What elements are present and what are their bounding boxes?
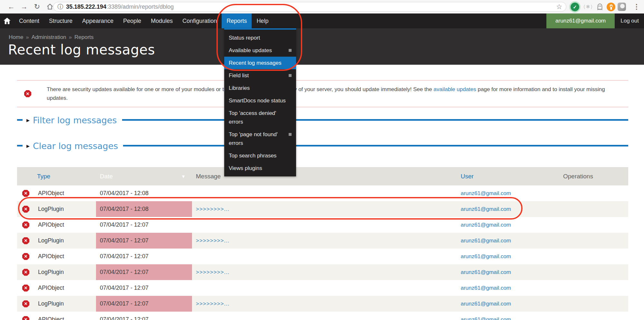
error-icon: ✕ [24,90,31,97]
error-icon: ✕ [22,300,29,307]
log-user-link[interactable]: arunz61@gmail.com [461,253,511,259]
log-type: LogPlugin [38,300,64,307]
log-user-link[interactable]: arunz61@gmail.com [461,269,511,275]
log-message-link[interactable]: >>>>>>>>... [196,206,230,212]
log-operations [559,280,628,296]
log-user-link[interactable]: arunz61@gmail.com [461,316,511,320]
log-operations [559,233,628,249]
table-header-row: Type Date ▼ Message User Operations [17,167,628,185]
error-icon: ✕ [22,285,29,292]
breadcrumb-reports[interactable]: Reports [74,34,94,40]
dropdown-item-status-report[interactable]: Status report [224,32,296,44]
log-date: 07/04/2017 - 12:07 [96,249,192,264]
collapse-arrow-icon: ▶ [26,118,30,123]
dropdown-item-recent-log-messages[interactable]: Recent log messages [224,57,296,69]
toolbar-item-content[interactable]: Content [14,14,44,28]
toolbar-item-appearance[interactable]: Appearance [77,14,118,28]
toolbar-item-people[interactable]: People [118,14,146,28]
breadcrumb-administration[interactable]: Administration [32,34,66,40]
extension-openvpn-icon[interactable] [607,3,615,11]
extension-ghost-icon[interactable] [595,2,604,11]
log-type: APIObject [38,253,64,260]
forward-icon[interactable]: → [19,1,30,12]
dropdown-item-top-search-phrases[interactable]: Top search phrases [224,149,296,162]
log-message-link[interactable]: >>>>>>>>... [196,238,230,244]
browser-chrome: ← → ↻ ⓘ 35.185.222.194:3389/admin/report… [0,0,644,14]
log-message-link[interactable]: >>>>>>>>... [196,269,230,275]
dropdown-item-smartdocs-node-status[interactable]: SmartDocs node status [224,94,296,107]
filter-fieldset: ▶ Filter log messages [17,113,628,127]
log-type: LogPlugin [38,206,64,212]
operations-header: Operations [563,173,593,180]
log-date: 07/04/2017 - 12:08 [96,201,192,217]
log-table-row: ✕ APIObject 07/04/2017 - 12:08 arunz61@g… [17,185,628,201]
log-date: 07/04/2017 - 12:07 [96,312,192,320]
log-message-link[interactable]: >>>>>>>>... [196,301,230,307]
log-table-row: ✕ APIObject 07/04/2017 - 12:07 arunz61@g… [17,249,628,264]
extension-disabled-icon[interactable]: ⟨✱⟩ [584,2,593,11]
reload-icon[interactable]: ↻ [32,1,43,12]
log-table-row: ✕ LogPlugin 07/04/2017 - 12:07 >>>>>>>>.… [17,296,628,312]
dropdown-item-field-list[interactable]: Field list [224,69,296,82]
toolbar-item-structure[interactable]: Structure [44,14,77,28]
dropdown-item-available-updates[interactable]: Available updates [224,44,296,57]
log-type: APIObject [38,221,64,228]
sort-date-header[interactable]: Date ▼ [96,167,192,185]
breadcrumb-separator: » [23,34,31,40]
sort-type-header[interactable]: Type [37,173,50,180]
account-button[interactable]: arunz61@gmail.com [546,14,615,28]
toolbar-item-reports[interactable]: Reports [222,14,252,28]
browser-menu-icon[interactable]: ⋮ [632,2,641,11]
log-type: APIObject [38,316,64,320]
update-badge-icon [289,74,292,77]
toolbar-item-configuration[interactable]: Configuration [178,14,222,28]
available-updates-link[interactable]: available updates [434,86,476,92]
dropdown-item-libraries[interactable]: Libraries [224,82,296,94]
log-user-link[interactable]: arunz61@gmail.com [461,238,511,244]
page-title: Recent log messages [8,42,155,58]
dropdown-item-top-access-denied-errors[interactable]: Top 'access denied' errors [224,107,296,128]
breadcrumb-home[interactable]: Home [9,34,23,40]
extension-check-icon[interactable]: ✓ [571,3,579,11]
sort-desc-icon: ▼ [181,174,186,179]
message-header: Message [196,173,221,180]
log-date: 07/04/2017 - 12:08 [96,185,192,201]
log-table-row: ✕ APIObject 07/04/2017 - 12:07 arunz61@g… [17,280,628,296]
site-home-icon[interactable] [0,14,14,28]
url-text: 35.185.222.194:3389/admin/reports/dblog [66,4,174,10]
log-table-row: ✕ LogPlugin 07/04/2017 - 12:07 >>>>>>>>.… [17,264,628,280]
toolbar-item-modules[interactable]: Modules [146,14,178,28]
back-icon[interactable]: ← [6,1,17,12]
error-icon: ✕ [22,269,29,276]
admin-toolbar: ContentStructureAppearancePeopleModulesC… [0,14,644,28]
toolbar-item-help[interactable]: Help [252,14,273,28]
address-bar[interactable]: ⓘ 35.185.222.194:3389/admin/reports/dblo… [53,2,566,12]
filter-fieldset-toggle[interactable]: ▶ Filter log messages [23,113,122,127]
log-date: 07/04/2017 - 12:07 [96,233,192,249]
page-info-icon[interactable]: ⓘ [57,3,63,11]
sort-user-header[interactable]: User [461,173,474,180]
error-icon: ✕ [22,221,29,229]
log-type: APIObject [38,285,64,291]
logout-button[interactable]: Log out [615,14,644,28]
bookmark-star-icon[interactable]: ☆ [556,3,562,11]
dropdown-item-views-plugins[interactable]: Views plugins [224,162,296,174]
extension-app-icon[interactable] [618,3,626,11]
log-user-link[interactable]: arunz61@gmail.com [461,285,511,291]
error-icon: ✕ [22,206,29,213]
update-badge-icon [289,49,292,52]
log-user-link[interactable]: arunz61@gmail.com [461,222,511,228]
log-user-link[interactable]: arunz61@gmail.com [461,206,511,212]
log-user-link[interactable]: arunz61@gmail.com [461,190,511,196]
log-table-row: ✕ APIObject 07/04/2017 - 12:07 arunz61@g… [17,312,628,320]
security-alert: ✕ There are security updates available f… [17,80,628,107]
log-operations [559,296,628,312]
log-date: 07/04/2017 - 12:07 [96,296,192,312]
dropdown-item-top-page-not-found-errors[interactable]: Top 'page not found' errors [224,128,296,149]
error-icon: ✕ [22,237,29,244]
log-user-link[interactable]: arunz61@gmail.com [461,301,511,307]
clear-fieldset-toggle[interactable]: ▶ Clear log messages [23,139,123,153]
security-alert-text: There are security updates available for… [47,85,628,102]
log-operations [559,185,628,201]
log-date: 07/04/2017 - 12:07 [96,217,192,233]
